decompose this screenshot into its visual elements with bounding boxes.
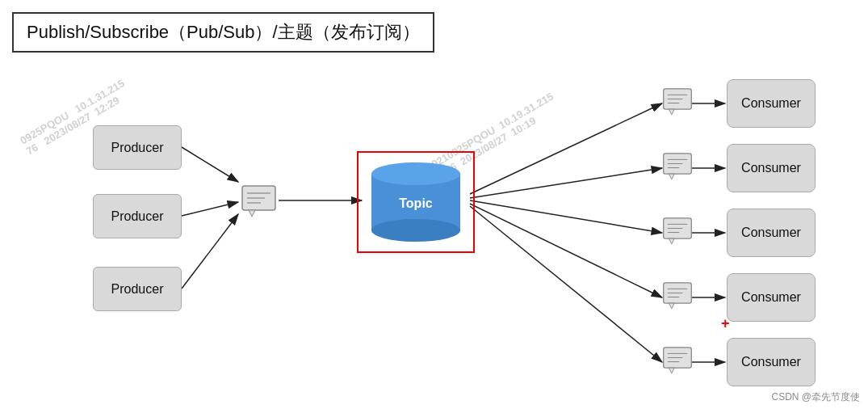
message-icon-c5: [662, 346, 698, 378]
svg-marker-48: [669, 368, 674, 373]
consumer-1: Consumer: [727, 79, 816, 128]
message-icon-c2: [662, 152, 698, 184]
consumer-2: Consumer: [727, 144, 816, 192]
consumer-1-label: Consumer: [741, 96, 801, 111]
svg-marker-19: [249, 210, 255, 217]
svg-marker-33: [669, 174, 674, 179]
svg-line-2: [182, 202, 238, 216]
svg-line-7: [470, 200, 662, 233]
consumer-5-label: Consumer: [741, 355, 801, 369]
main-container: Publish/Subscribe（Pub/Sub）/主题（发布订阅） 0925…: [0, 0, 868, 409]
producer-2: Producer: [93, 194, 182, 238]
svg-marker-43: [669, 303, 674, 309]
producer-3-label: Producer: [111, 282, 164, 297]
producer-1: Producer: [93, 125, 182, 170]
consumer-5: Consumer: [727, 338, 816, 386]
consumer-4: Consumer: [727, 273, 816, 322]
svg-marker-28: [669, 109, 674, 115]
svg-line-8: [470, 204, 662, 297]
producer-1-label: Producer: [111, 141, 164, 155]
topic-border: [357, 151, 475, 253]
producer-3: Producer: [93, 267, 182, 311]
consumer-3: Consumer: [727, 209, 816, 257]
topic-container: Topic: [363, 158, 468, 247]
svg-line-6: [470, 168, 662, 198]
svg-marker-38: [669, 238, 674, 244]
producer-2-label: Producer: [111, 209, 164, 224]
footer-credit: CSDN @牵先节度使: [771, 390, 860, 404]
svg-line-5: [470, 103, 662, 194]
consumer-4-label: Consumer: [741, 290, 801, 305]
consumer-3-label: Consumer: [741, 226, 801, 240]
page-title: Publish/Subscribe（Pub/Sub）/主题（发布订阅）: [27, 22, 420, 42]
plus-sign: +: [721, 315, 730, 332]
message-icon-c3: [662, 217, 698, 249]
svg-line-1: [182, 147, 238, 182]
svg-line-3: [182, 214, 238, 289]
message-icon-c1: [662, 87, 698, 120]
message-icon-c4: [662, 281, 698, 314]
message-icon-left: [241, 184, 277, 217]
svg-line-9: [470, 206, 662, 362]
consumer-2-label: Consumer: [741, 161, 801, 175]
title-box: Publish/Subscribe（Pub/Sub）/主题（发布订阅）: [12, 12, 434, 53]
